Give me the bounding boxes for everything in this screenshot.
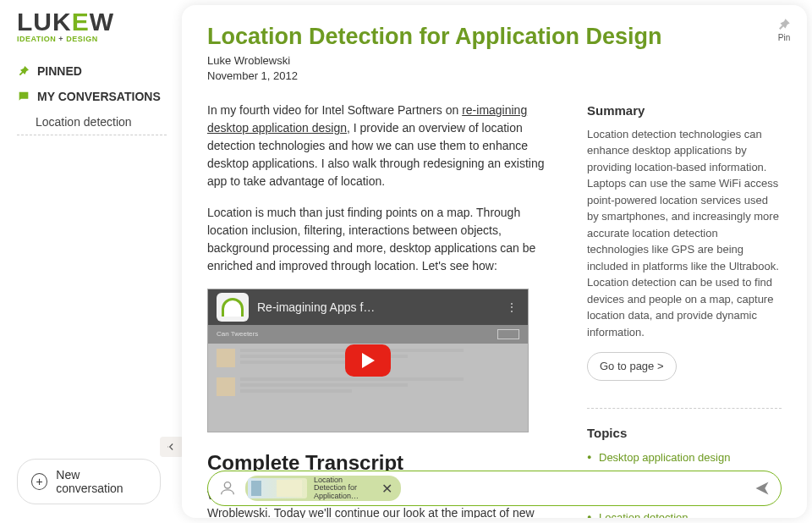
send-icon[interactable]	[754, 480, 771, 497]
pin-button[interactable]: Pin	[776, 17, 792, 42]
collapse-sidebar-button[interactable]	[160, 437, 184, 457]
pin-label: Pin	[778, 33, 790, 42]
play-button[interactable]	[345, 344, 391, 377]
logo-wordmark: LUKEW	[17, 10, 167, 35]
nav-pinned[interactable]: PINNED	[17, 58, 167, 84]
context-chip: Location Detection for Application… ✕	[245, 476, 401, 501]
pushpin-icon	[776, 17, 792, 32]
new-conversation-label: New conversation	[56, 468, 146, 495]
nav-my-conversations[interactable]: MY CONVERSATIONS	[17, 84, 167, 109]
article-scroll[interactable]: Pin Location Detection for Application D…	[182, 5, 807, 518]
nav-myconv-label: MY CONVERSATIONS	[37, 90, 161, 103]
main-panel: Pin Location Detection for Application D…	[182, 5, 807, 518]
article-title: Location Detection for Application Desig…	[207, 24, 782, 50]
article-p1: In my fourth video for Intel Software Pa…	[207, 102, 562, 190]
article-author: Luke Wroblewski	[207, 53, 782, 69]
pin-icon	[17, 64, 30, 78]
topic-item[interactable]: Location detection	[587, 508, 782, 518]
go-to-page-button[interactable]: Go to page >	[587, 352, 677, 381]
article-sidebar: Summary Location detection technologies …	[587, 102, 782, 518]
chat-input-bar[interactable]: Location Detection for Application… ✕	[207, 471, 782, 506]
chat-icon	[17, 90, 30, 103]
article-body: In my fourth video for Intel Software Pa…	[207, 102, 562, 518]
logo[interactable]: LUKEW IDEATION + DESIGN	[17, 10, 167, 43]
nav-pinned-label: PINNED	[37, 64, 82, 78]
svg-point-0	[224, 482, 230, 488]
sidebar: LUKEW IDEATION + DESIGN PINNED MY CONVER…	[0, 0, 182, 523]
article-p2: Location is much than just finding point…	[207, 204, 562, 275]
video-embed[interactable]: Re-imagining Apps f… ⋮ Can Tweeters	[207, 289, 529, 432]
new-conversation-button[interactable]: + New conversation	[17, 459, 161, 504]
video-more-icon[interactable]: ⋮	[506, 299, 519, 317]
summary-heading: Summary	[587, 102, 782, 121]
chip-label: Location Detection for Application…	[314, 476, 373, 500]
summary-text: Location detection technologies can enha…	[587, 126, 782, 341]
topic-item[interactable]: Desktop application design	[587, 448, 782, 468]
user-icon	[218, 479, 237, 498]
logo-tagline: IDEATION + DESIGN	[17, 35, 167, 43]
sidebar-conversation-item[interactable]: Location detection	[17, 109, 167, 135]
video-channel-icon	[217, 293, 249, 322]
chip-remove-button[interactable]: ✕	[380, 481, 394, 497]
plus-icon: +	[31, 473, 47, 490]
divider	[587, 408, 782, 409]
article-meta: Luke Wroblewski November 1, 2012	[207, 53, 782, 83]
arrow-left-icon	[166, 441, 178, 453]
chip-thumbnail	[248, 478, 307, 498]
video-title: Re-imagining Apps f…	[257, 299, 497, 317]
topics-heading: Topics	[587, 424, 782, 443]
article-date: November 1, 2012	[207, 69, 782, 84]
play-icon	[362, 353, 375, 368]
